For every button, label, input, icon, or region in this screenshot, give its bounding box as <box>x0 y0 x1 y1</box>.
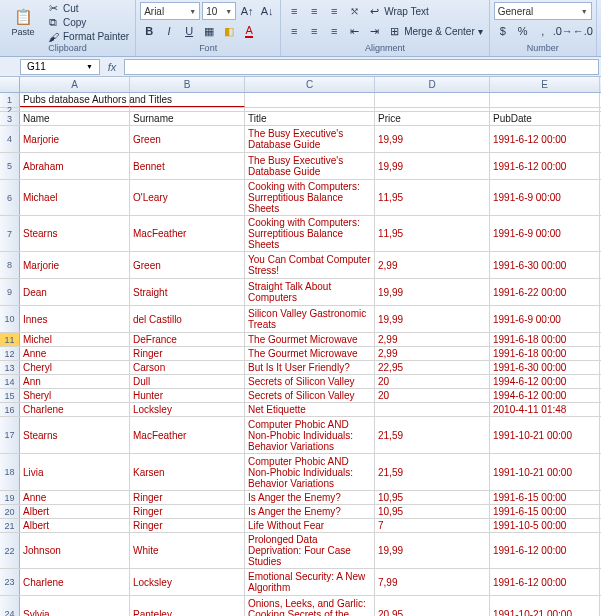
cell[interactable]: Innes <box>20 306 130 332</box>
cell[interactable]: Pubs database Authors and Titles <box>20 93 130 107</box>
cell[interactable]: The Busy Executive's Database Guide <box>245 153 375 179</box>
cell[interactable]: Michel <box>20 333 130 346</box>
cell[interactable]: Ann <box>20 375 130 388</box>
fill-color-button[interactable]: ◧ <box>220 22 238 40</box>
col-header-c[interactable]: C <box>245 77 375 92</box>
cell[interactable]: 2010-4-11 01:48 <box>490 403 600 416</box>
cell[interactable]: Green <box>130 252 245 278</box>
row-header[interactable]: 21 <box>0 519 20 532</box>
cell[interactable]: Carson <box>130 361 245 374</box>
row-header[interactable]: 13 <box>0 361 20 374</box>
cell[interactable]: 1994-6-12 00:00 <box>490 389 600 402</box>
cell[interactable]: 1991-6-9 00:00 <box>490 216 600 251</box>
cell[interactable]: 1991-6-30 00:00 <box>490 252 600 278</box>
cell[interactable]: Ringer <box>130 347 245 360</box>
cell[interactable] <box>375 403 490 416</box>
cell[interactable]: 1991-6-22 00:00 <box>490 279 600 305</box>
cell[interactable]: Surname <box>130 112 245 125</box>
row-header[interactable]: 11 <box>0 333 20 346</box>
cell[interactable]: 1991-10-21 00:00 <box>490 596 600 616</box>
orientation-button[interactable]: ⤲ <box>345 2 363 20</box>
indent-dec-button[interactable]: ⇤ <box>345 22 363 40</box>
cell[interactable]: 20,95 <box>375 596 490 616</box>
cell[interactable]: Marjorie <box>20 252 130 278</box>
cell[interactable]: Livia <box>20 454 130 490</box>
row-header[interactable]: 18 <box>0 454 20 490</box>
cell[interactable]: Locksley <box>130 403 245 416</box>
cell[interactable] <box>130 93 245 107</box>
cell[interactable]: Cheryl <box>20 361 130 374</box>
cell[interactable]: 22,95 <box>375 361 490 374</box>
inc-decimal-button[interactable]: .0→ <box>554 22 572 40</box>
cell[interactable] <box>245 93 375 107</box>
cell[interactable] <box>245 108 375 111</box>
cell[interactable]: 20 <box>375 389 490 402</box>
cell[interactable]: 1991-6-12 00:00 <box>490 569 600 595</box>
cell[interactable]: Green <box>130 126 245 152</box>
cell[interactable]: PubDate <box>490 112 600 125</box>
cell[interactable]: Life Without Fear <box>245 519 375 532</box>
cell[interactable]: Johnson <box>20 533 130 568</box>
currency-button[interactable]: $ <box>494 22 512 40</box>
cell[interactable] <box>130 108 245 111</box>
cell[interactable]: But Is It User Friendly? <box>245 361 375 374</box>
cell[interactable]: Secrets of Silicon Valley <box>245 375 375 388</box>
align-middle-button[interactable]: ≡ <box>305 2 323 20</box>
row-header[interactable]: 17 <box>0 417 20 453</box>
format-painter-button[interactable]: 🖌Format Painter <box>44 30 131 43</box>
cell[interactable]: Title <box>245 112 375 125</box>
cell[interactable]: 20 <box>375 375 490 388</box>
cell[interactable]: The Gourmet Microwave <box>245 333 375 346</box>
cell[interactable]: Marjorie <box>20 126 130 152</box>
cell[interactable]: 7 <box>375 519 490 532</box>
cell[interactable] <box>375 108 490 111</box>
cell[interactable]: 2,99 <box>375 252 490 278</box>
cell[interactable]: Sheryl <box>20 389 130 402</box>
cell[interactable]: Net Etiquette <box>245 403 375 416</box>
copy-button[interactable]: ⧉Copy <box>44 16 131 29</box>
border-button[interactable]: ▦ <box>200 22 218 40</box>
cell[interactable]: 1991-6-9 00:00 <box>490 180 600 215</box>
cell[interactable]: Anne <box>20 491 130 504</box>
cell[interactable]: Ringer <box>130 519 245 532</box>
cell[interactable] <box>20 108 130 111</box>
cell[interactable]: Cooking with Computers: Surreptitious Ba… <box>245 180 375 215</box>
cell[interactable]: 1991-6-15 00:00 <box>490 505 600 518</box>
cell[interactable]: The Gourmet Microwave <box>245 347 375 360</box>
cell[interactable] <box>375 93 490 107</box>
row-header[interactable]: 16 <box>0 403 20 416</box>
cell[interactable]: Charlene <box>20 569 130 595</box>
cell[interactable]: DeFrance <box>130 333 245 346</box>
cell[interactable] <box>490 108 600 111</box>
align-top-button[interactable]: ≡ <box>285 2 303 20</box>
cell[interactable]: 2,99 <box>375 347 490 360</box>
formula-input[interactable] <box>124 59 599 75</box>
cell[interactable]: The Busy Executive's Database Guide <box>245 126 375 152</box>
row-header[interactable]: 9 <box>0 279 20 305</box>
row-header[interactable]: 20 <box>0 505 20 518</box>
cell[interactable]: 21,59 <box>375 417 490 453</box>
cell[interactable]: 1991-6-12 00:00 <box>490 533 600 568</box>
cell[interactable]: 19,99 <box>375 306 490 332</box>
cell[interactable]: Albert <box>20 519 130 532</box>
row-header[interactable]: 5 <box>0 153 20 179</box>
cell[interactable]: Onions, Leeks, and Garlic: Cooking Secre… <box>245 596 375 616</box>
cell[interactable]: Karsen <box>130 454 245 490</box>
cell[interactable]: 10,95 <box>375 505 490 518</box>
number-format-select[interactable]: General▼ <box>494 2 592 20</box>
cell[interactable]: Bennet <box>130 153 245 179</box>
cell[interactable]: Locksley <box>130 569 245 595</box>
cell[interactable]: Silicon Valley Gastronomic Treats <box>245 306 375 332</box>
col-header-a[interactable]: A <box>20 77 130 92</box>
cell[interactable]: Prolonged Data Deprivation: Four Case St… <box>245 533 375 568</box>
cell[interactable]: Price <box>375 112 490 125</box>
cell[interactable]: Is Anger the Enemy? <box>245 491 375 504</box>
row-header[interactable]: 22 <box>0 533 20 568</box>
cell[interactable]: 10,95 <box>375 491 490 504</box>
cell[interactable]: Panteley <box>130 596 245 616</box>
cell[interactable]: 1991-6-30 00:00 <box>490 361 600 374</box>
row-header[interactable]: 6 <box>0 180 20 215</box>
row-header[interactable]: 7 <box>0 216 20 251</box>
cell[interactable]: 1991-6-18 00:00 <box>490 347 600 360</box>
indent-inc-button[interactable]: ⇥ <box>365 22 383 40</box>
